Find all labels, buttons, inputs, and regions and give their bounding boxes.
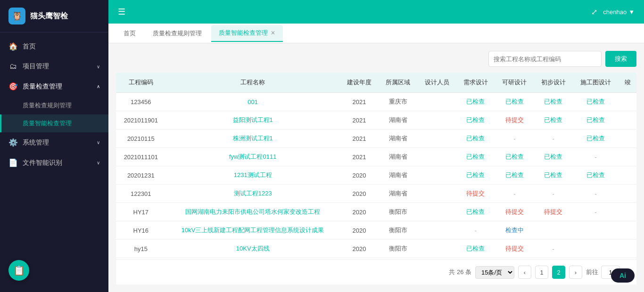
- table-row: 2021011901益阳测试工程12021湖南省已检查待提交已检查已检查: [116, 111, 636, 130]
- logo-area: 🦉 猫头鹰智检: [0, 0, 108, 32]
- sidebar-sub-rules[interactable]: 质量检查规则管理: [0, 97, 108, 114]
- chevron-down-icon: ∨: [97, 64, 100, 69]
- tab-smart[interactable]: 质量智能检查管理 ✕: [211, 25, 283, 42]
- sidebar-item-project[interactable]: 🗂 项目管理 ∨: [0, 57, 108, 76]
- tab-home-label: 首页: [124, 29, 136, 38]
- topbar-left: ☰: [118, 7, 125, 17]
- sidebar-item-home-label: 首页: [23, 42, 36, 51]
- user-arrow-icon: ▼: [628, 8, 635, 16]
- col-demand: 需求设计: [456, 73, 495, 93]
- chevron-down-icon-2: ∨: [97, 140, 100, 145]
- data-table: 工程编码 工程名称 建设年度 所属区域 设计人员 需求设计 可研设计 初步设计 …: [116, 73, 636, 258]
- table-row: 20210115株洲测试工程12021湖南省已检查--已检查: [116, 130, 636, 148]
- project-icon: 🗂: [8, 62, 18, 71]
- page-size-select[interactable]: 15条/页 20条/页 50条/页: [475, 266, 514, 279]
- sidebar-sub-smart-label: 质量智能检查管理: [23, 119, 72, 128]
- col-construction: 施工图设计: [573, 73, 619, 93]
- file-icon: 📄: [8, 158, 18, 167]
- sidebar: 🦉 猫头鹰智检 🏠 首页 🗂 项目管理 ∨ 🎯 质量检查管理 ∧ 质量检查规则管…: [0, 0, 108, 292]
- float-btn-icon: 📋: [13, 265, 25, 276]
- menu-toggle-icon[interactable]: ☰: [118, 7, 125, 17]
- table-row: HY17国网湖南电力耒阳市供电公司塔水何家变改造工程2020衡阳市已检查待提交待…: [116, 203, 636, 221]
- prev-page-button[interactable]: ‹: [518, 266, 531, 279]
- table-header-row: 工程编码 工程名称 建设年度 所属区域 设计人员 需求设计 可研设计 初步设计 …: [116, 73, 636, 93]
- sidebar-item-system-label: 系统管理: [23, 138, 49, 147]
- sidebar-item-home[interactable]: 🏠 首页: [0, 36, 108, 57]
- sidebar-item-project-label: 项目管理: [23, 62, 49, 71]
- quality-icon: 🎯: [8, 82, 18, 91]
- table-row: 202012311231测试工程2020湖南省已检查已检查已检查已检查: [116, 166, 636, 185]
- search-button[interactable]: 搜索: [605, 51, 636, 67]
- data-table-wrapper: 工程编码 工程名称 建设年度 所属区域 设计人员 需求设计 可研设计 初步设计 …: [116, 73, 636, 260]
- username-label: chenhao: [603, 8, 627, 16]
- table-row: 2021011101fyw测试工程01112021湖南省已检查已检查已检查-: [116, 148, 636, 166]
- col-designer: 设计人员: [417, 73, 456, 93]
- pagination-total: 共 26 条: [449, 268, 471, 276]
- tab-rules-label: 质量检查规则管理: [153, 29, 202, 38]
- app-title: 猫头鹰智检: [30, 11, 68, 21]
- float-action-button[interactable]: 📋: [8, 260, 29, 281]
- col-final: 竣: [619, 73, 636, 93]
- goto-label: 前往: [586, 268, 598, 276]
- col-year: 建设年度: [340, 73, 379, 93]
- sidebar-nav: 🏠 首页 🗂 项目管理 ∨ 🎯 质量检查管理 ∧ 质量检查规则管理 质量智能检查…: [0, 32, 108, 292]
- table-row: hy1510KV太四线2020衡阳市已检查待提交-: [116, 240, 636, 258]
- page-1-button[interactable]: 1: [535, 266, 548, 279]
- tab-smart-label: 质量智能检查管理: [219, 29, 268, 37]
- page-2-button[interactable]: 2: [552, 266, 565, 279]
- sidebar-sub-smart[interactable]: 质量智能检查管理: [0, 114, 108, 132]
- sidebar-item-file[interactable]: 📄 文件智能识别 ∨: [0, 153, 108, 173]
- user-menu[interactable]: chenhao ▼: [603, 8, 635, 16]
- table-row: HY1610kV三上线新建工程配网工程管理信息系统设计成果2020衡阳市-检查中: [116, 221, 636, 240]
- system-icon: ⚙️: [8, 138, 18, 147]
- home-icon: 🏠: [8, 42, 18, 51]
- chevron-down-icon-3: ∨: [97, 160, 100, 165]
- topbar: ☰ ⤢ chenhao ▼: [108, 0, 644, 24]
- col-preliminary: 初步设计: [534, 73, 573, 93]
- search-bar: 搜索: [116, 51, 636, 67]
- sidebar-item-quality-label: 质量检查管理: [23, 82, 62, 91]
- col-region: 所属区域: [379, 73, 417, 93]
- tabs-bar: 首页 质量检查规则管理 质量智能检查管理 ✕: [108, 24, 644, 43]
- search-input[interactable]: [488, 51, 602, 67]
- sidebar-item-system[interactable]: ⚙️ 系统管理 ∨: [0, 132, 108, 153]
- col-code: 工程编码: [116, 73, 166, 93]
- logo-icon: 🦉: [8, 8, 25, 24]
- sidebar-item-quality[interactable]: 🎯 质量检查管理 ∧: [0, 76, 108, 97]
- table-row: 122301测试工程12232020湖南省待提交---: [116, 185, 636, 203]
- tab-rules[interactable]: 质量检查规则管理: [145, 25, 209, 41]
- content-area: 搜索 工程编码 工程名称 建设年度 所属区域 设计人员 需求设计 可研设计 初步…: [108, 43, 644, 292]
- chevron-up-icon: ∧: [97, 84, 100, 89]
- main-content: ☰ ⤢ chenhao ▼ 首页 质量检查规则管理 质量智能检查管理 ✕ 搜索: [108, 0, 644, 292]
- pagination: 共 26 条 15条/页 20条/页 50条/页 ‹ 1 2 › 前往 页: [116, 260, 636, 284]
- col-feasibility: 可研设计: [495, 73, 534, 93]
- ai-badge-label: Ai: [619, 272, 626, 279]
- sidebar-item-file-label: 文件智能识别: [23, 159, 62, 167]
- topbar-right: ⤢ chenhao ▼: [591, 8, 635, 16]
- tab-close-icon[interactable]: ✕: [271, 30, 275, 36]
- col-name: 工程名称: [166, 73, 340, 93]
- ai-badge[interactable]: Ai: [611, 268, 635, 283]
- tab-home[interactable]: 首页: [116, 25, 143, 41]
- sidebar-sub-rules-label: 质量检查规则管理: [23, 101, 72, 110]
- next-page-button[interactable]: ›: [569, 266, 582, 279]
- expand-icon[interactable]: ⤢: [591, 8, 597, 16]
- table-row: 1234560012021重庆市已检查已检查已检查已检查: [116, 93, 636, 111]
